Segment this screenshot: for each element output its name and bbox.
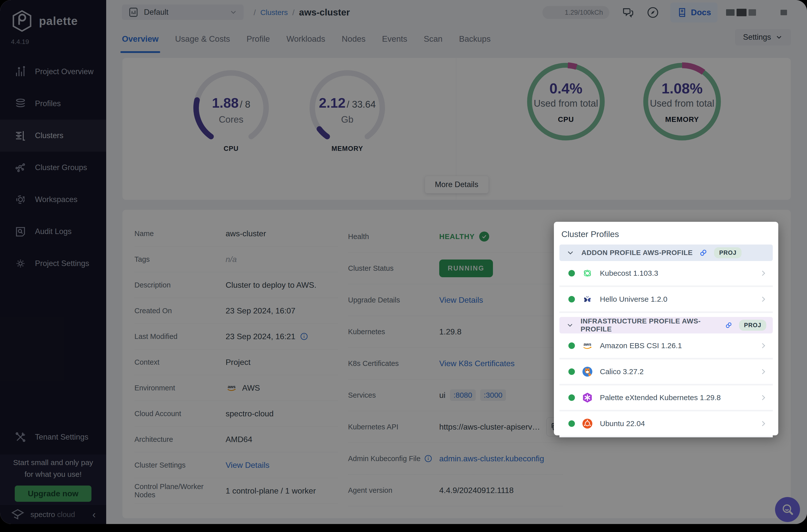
cluster-profiles-panel: Cluster Profiles ADDON PROFILE AWS-PROFI… <box>554 222 778 435</box>
profile-row-hello-universe[interactable]: Hello Universe 1.2.0 <box>559 287 773 313</box>
scope-badge: PROJ <box>739 320 766 331</box>
chevron-down-icon <box>566 248 575 257</box>
chevron-right-icon <box>759 420 767 428</box>
aws-logo: aws <box>582 340 593 351</box>
profile-row-palette-extended-kubernetes[interactable]: Palette eXtended Kubernetes 1.29.8 <box>559 385 773 411</box>
panel-title: Cluster Profiles <box>561 229 773 239</box>
chevron-right-icon <box>759 394 767 402</box>
profile-row-calico[interactable]: Calico 3.27.2 <box>559 359 773 385</box>
profile-row-amazon-ebs-csi[interactable]: aws Amazon EBS CSI 1.26.1 <box>559 334 773 359</box>
profile-pack-name: Ubuntu 22.04 <box>600 419 645 428</box>
hello-universe-logo <box>582 294 593 305</box>
status-dot <box>568 368 575 375</box>
profile-pack-name: Hello Universe 1.2.0 <box>600 295 667 303</box>
addon-profile-title: ADDON PROFILE AWS-PROFILE <box>581 249 693 257</box>
status-dot <box>568 342 575 349</box>
infrastructure-profile-title: INFRASTRUCTURE PROFILE AWS-PROFILE <box>581 317 718 333</box>
status-dot <box>568 394 575 401</box>
chevron-right-icon <box>759 269 767 277</box>
status-dot <box>568 420 575 427</box>
calico-logo <box>582 366 593 377</box>
chevron-down-icon <box>566 321 574 330</box>
scope-badge: PROJ <box>714 247 741 258</box>
infrastructure-profile-header[interactable]: INFRASTRUCTURE PROFILE AWS-PROFILE PROJ <box>559 317 773 334</box>
kubecost-logo <box>582 268 593 279</box>
status-dot <box>568 270 575 277</box>
app-window: palette 4.4.19 Project Overview Profiles <box>0 0 807 524</box>
profile-pack-name: Calico 3.27.2 <box>600 367 644 376</box>
status-dot <box>568 296 575 302</box>
chevron-right-icon <box>759 295 767 303</box>
profile-pack-name: Kubecost 1.103.3 <box>600 269 658 278</box>
chevron-right-icon <box>759 342 767 350</box>
link-icon <box>699 248 708 257</box>
profile-pack-name: Amazon EBS CSI 1.26.1 <box>600 341 682 350</box>
svg-text:aws: aws <box>583 342 591 346</box>
profile-pack-name: Palette eXtended Kubernetes 1.29.8 <box>600 393 721 402</box>
profile-row-kubecost[interactable]: Kubecost 1.103.3 <box>559 261 773 287</box>
pxk-logo <box>582 392 593 403</box>
chevron-right-icon <box>759 368 767 376</box>
profile-row-ubuntu[interactable]: Ubuntu 22.04 <box>559 411 773 437</box>
link-icon <box>725 321 733 329</box>
addon-profile-header[interactable]: ADDON PROFILE AWS-PROFILE PROJ <box>559 245 773 261</box>
ubuntu-logo <box>582 418 593 429</box>
